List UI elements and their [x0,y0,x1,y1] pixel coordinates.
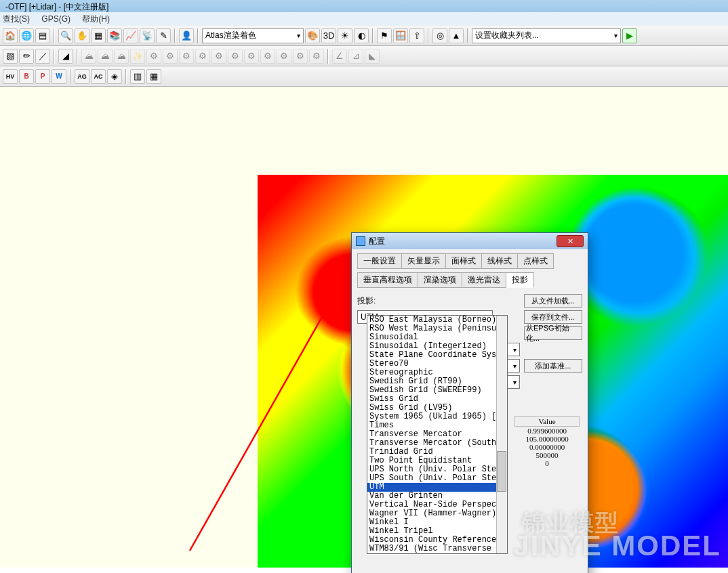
eraser-icon[interactable]: ◢ [58,49,73,64]
scrollbar[interactable] [496,316,507,553]
toolbar-row-1: 🏠 🌐 ▤ 🔍 ✋ ▦ 📚 📈 📡 ✎ 👤 Atlas渲染着色 🎨 3D ☀ ◐… [0,26,728,46]
render-mode-dropdown[interactable]: Atlas渲染着色 [202,28,304,43]
window-title-bar: -OTF] [+Lidar] - [中文注册版] [0,0,728,12]
north-icon[interactable]: ⇧ [409,28,424,43]
process5-icon[interactable]: ⚙ [211,49,226,64]
sun-icon[interactable]: ☀ [338,28,352,43]
terrain1-icon[interactable]: ⛰ [81,49,96,64]
angle1-icon[interactable]: ∠ [332,49,347,64]
arrow-up-icon[interactable]: ▲ [449,28,464,43]
palette2-icon[interactable]: ▦ [146,69,161,84]
projection-option[interactable]: UPS South (Univ. Polar Stereogra [367,474,507,483]
draw-icon[interactable]: ✎ [156,28,171,43]
favorites-dropdown[interactable]: 设置收藏夹列表... [472,28,621,43]
value-row: 0 [514,459,580,467]
process9-icon[interactable]: ⚙ [277,49,291,64]
tab-row-1: 一般设置 矢量显示 面样式 线样式 点样式 [357,253,582,268]
layers-icon[interactable]: 📚 [107,28,122,43]
tab-general[interactable]: 一般设置 [357,253,402,269]
value-row: 105.00000000 [514,435,580,443]
menu-bar: 查找(S) GPS(G) 帮助(H) [0,12,728,26]
person-icon[interactable]: 👤 [179,28,194,43]
tab-projection[interactable]: 投影 [506,272,534,288]
value-row: 500000 [514,451,580,459]
w-icon[interactable]: W [52,69,66,84]
target-icon[interactable]: ◎ [432,28,447,43]
process4-icon[interactable]: ⚙ [195,49,210,64]
projection-label: 投影: [357,295,376,307]
separator [372,28,373,43]
angle3-icon[interactable]: ◣ [365,49,380,64]
separator [70,69,71,84]
value-header: Value [514,416,580,427]
pencil-icon[interactable]: ✏ [19,49,34,64]
toggle-icon[interactable]: ◐ [354,28,369,43]
tab-line[interactable]: 线样式 [481,253,518,269]
projection-option[interactable]: WTM83/91 (Wisc Transverse Mercat [367,545,507,553]
ac-icon[interactable]: AC [91,69,106,84]
process10-icon[interactable]: ⚙ [293,49,308,64]
load-from-file-button[interactable]: 从文件加载... [524,294,582,307]
antenna-icon[interactable]: 📡 [140,28,155,43]
tab-area[interactable]: 面样式 [445,253,482,269]
menu-find[interactable]: 查找(S) [3,14,30,24]
save-to-file-button[interactable]: 保存到文件... [524,310,582,324]
dialog-icon [356,236,365,246]
add-datum-button[interactable]: 添加基准... [524,359,582,373]
dialog-title-bar[interactable]: 配置 ✕ [352,233,588,249]
separator [174,28,176,43]
separator [428,28,429,43]
process8-icon[interactable]: ⚙ [260,49,275,64]
color-icon[interactable]: 🎨 [305,28,320,43]
globe-icon[interactable]: 🌐 [19,28,34,43]
b-icon[interactable]: B [19,69,34,84]
separator [77,49,78,64]
zoom-icon[interactable]: 🔍 [58,28,73,43]
tab-render[interactable]: 渲染选项 [418,272,462,288]
wand-icon[interactable]: ✨ [130,49,145,64]
process2-icon[interactable]: ⚙ [163,49,178,64]
process3-icon[interactable]: ⚙ [179,49,194,64]
map-canvas[interactable]: 配置 ✕ 一般设置 矢量显示 面样式 线样式 点样式 垂直高程选项 渲染选项 激… [0,87,728,568]
projection-dropdown-list[interactable]: RSO East Malaysia (Borneo)RSO West Malay… [367,315,508,554]
process6-icon[interactable]: ⚙ [228,49,243,64]
separator [197,28,199,43]
play-icon[interactable]: ▶ [622,28,637,43]
process11-icon[interactable]: ⚙ [309,49,324,64]
grid-icon[interactable]: ▦ [91,28,106,43]
epsg-init-button[interactable]: 从EPSG初始化... [524,326,582,340]
process1-icon[interactable]: ⚙ [146,49,161,64]
render-mode-value: Atlas渲染着色 [205,30,256,41]
toolbar-row-2: ▧ ✏ ／ ◢ ⛰ ⛰ ⛰ ✨ ⚙ ⚙ ⚙ ⚙ ⚙ ⚙ ⚙ ⚙ ⚙ ⚙ ⚙ ∠ … [0,46,728,66]
tab-lidar[interactable]: 激光雷达 [462,272,506,288]
menu-help[interactable]: 帮助(H) [82,14,110,24]
scrollbar-thumb[interactable] [497,451,506,492]
ag-icon[interactable]: AG [75,69,89,84]
hv-icon[interactable]: HV [3,69,18,84]
flag-icon[interactable]: ⚑ [377,28,392,43]
process7-icon[interactable]: ⚙ [244,49,259,64]
home-icon[interactable]: 🏠 [3,28,18,43]
chart-icon[interactable]: 📈 [123,28,138,43]
favorites-value: 设置收藏夹列表... [475,30,539,41]
panel-icon[interactable]: ▤ [35,28,50,43]
hand-icon[interactable]: ✋ [75,28,89,43]
dialog-title: 配置 [369,236,557,247]
terrain2-icon[interactable]: ⛰ [98,49,113,64]
window-icon[interactable]: 🪟 [393,28,408,43]
select-icon[interactable]: ▧ [3,49,18,64]
palette1-icon[interactable]: ▥ [130,69,145,84]
tab-vector[interactable]: 矢量显示 [401,253,446,269]
menu-gps[interactable]: GPS(G) [41,14,70,24]
tab-point[interactable]: 点样式 [517,253,554,269]
kite-icon[interactable]: ◈ [107,69,122,84]
terrain3-icon[interactable]: ⛰ [114,49,129,64]
three-d-icon[interactable]: 3D [321,28,336,43]
p-icon[interactable]: P [35,69,50,84]
angle2-icon[interactable]: ⊿ [348,49,363,64]
separator [327,49,329,64]
close-icon[interactable]: ✕ [557,235,584,247]
separator [54,49,55,64]
tab-elev[interactable]: 垂直高程选项 [357,272,418,288]
line-icon[interactable]: ／ [35,49,50,64]
